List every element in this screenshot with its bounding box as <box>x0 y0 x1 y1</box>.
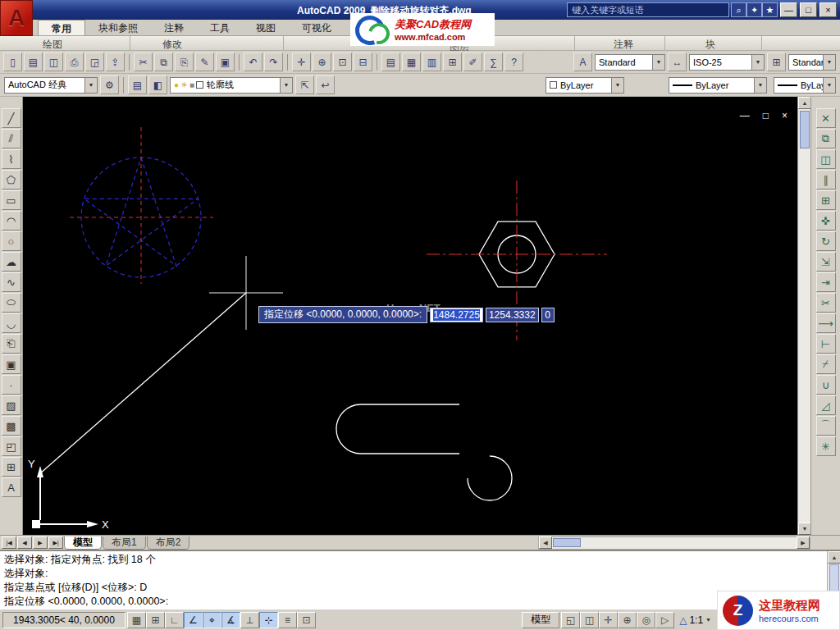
offset-icon[interactable]: ∥ <box>816 170 836 189</box>
panel-modify[interactable]: 修改 <box>162 38 182 52</box>
scroll-right-icon[interactable]: ▶ <box>797 536 810 549</box>
panel-block[interactable]: 块 <box>705 38 715 52</box>
layer-select[interactable]: ● ☀ ■ 轮廓线 ▼ <box>170 77 293 94</box>
region-icon[interactable]: ◰ <box>2 436 21 456</box>
workspace-settings-button[interactable]: ⚙ <box>100 75 119 94</box>
insert-block-icon[interactable]: ⎗ <box>2 334 21 354</box>
scroll-up-icon[interactable]: ▲ <box>798 97 811 109</box>
lineweight-select[interactable]: ByLayer▼ <box>774 77 836 94</box>
fillet-icon[interactable]: ⌒ <box>816 416 836 436</box>
hscroll-thumb[interactable] <box>553 538 581 547</box>
explode-icon[interactable]: ✳ <box>816 436 836 456</box>
text-style-icon[interactable]: A <box>573 52 592 71</box>
tab-layout1[interactable]: 布局1 <box>103 536 146 550</box>
layout-nav-button[interactable]: ▶ <box>33 536 48 549</box>
maximize-button[interactable]: □ <box>800 2 817 17</box>
table-style-icon[interactable]: ⊞ <box>767 52 786 71</box>
plot-preview-icon[interactable]: ◲ <box>85 52 104 71</box>
lineweight-toggle[interactable]: ≡ <box>278 612 297 628</box>
zoom-realtime-icon[interactable]: ⊕ <box>313 52 331 71</box>
scroll-left-icon[interactable]: ◀ <box>539 536 552 549</box>
move-icon[interactable]: ✜ <box>816 211 836 231</box>
construction-line-icon[interactable]: ⫽ <box>2 129 21 148</box>
quick-properties-toggle[interactable]: ⊡ <box>297 612 316 628</box>
workspace-select[interactable]: AutoCAD 经典▼ <box>4 77 98 94</box>
chevron-down-icon[interactable]: ▼ <box>705 617 711 623</box>
redo-icon[interactable]: ↷ <box>264 52 283 71</box>
copy-icon[interactable]: ⧉ <box>816 129 836 148</box>
zoom-previous-icon[interactable]: ⊟ <box>354 52 372 71</box>
doc-restore-icon[interactable]: □ <box>763 110 769 121</box>
linetype-select[interactable]: ByLayer▼ <box>669 77 767 94</box>
help-icon[interactable]: ? <box>504 52 523 71</box>
copy-clip-icon[interactable]: ⧉ <box>154 52 173 71</box>
quick-view-layouts-icon[interactable]: ◱ <box>561 612 580 628</box>
layout-nav-button[interactable]: |◀ <box>2 536 16 549</box>
dyn-toggle[interactable]: ⊹ <box>259 612 278 628</box>
ellipse-arc-icon[interactable]: ◡ <box>2 313 21 333</box>
layer-states-button[interactable]: ◧ <box>148 75 167 94</box>
show-motion-icon[interactable]: ▷ <box>655 612 674 628</box>
steering-wheel-icon[interactable]: ◎ <box>637 612 655 628</box>
hscroll-track[interactable] <box>552 537 797 548</box>
circle-icon[interactable]: ○ <box>2 231 21 251</box>
tab-visualize[interactable]: 可视化 <box>289 20 345 35</box>
close-button[interactable]: × <box>819 2 837 17</box>
cut-icon[interactable]: ✂ <box>134 52 153 71</box>
vscroll-track[interactable] <box>798 109 810 523</box>
polygon-icon[interactable]: ⬠ <box>2 170 21 189</box>
tab-blocks[interactable]: 块和参照 <box>85 20 151 35</box>
layout-nav-button[interactable]: ◀ <box>17 536 32 549</box>
join-icon[interactable]: ∪ <box>816 375 836 395</box>
mirror-icon[interactable]: ◫ <box>816 149 836 169</box>
spline-icon[interactable]: ∿ <box>2 272 21 292</box>
tab-layout2[interactable]: 布局2 <box>147 536 190 550</box>
drawing-canvas[interactable]: X Y www.mHome.NET — □ × 指定位移 <0.0000, 0.… <box>23 97 797 535</box>
rectangle-icon[interactable]: ▭ <box>2 190 21 210</box>
osnap-toggle[interactable]: ⌖ <box>203 612 221 628</box>
scroll-up-icon[interactable]: ▲ <box>828 551 840 564</box>
dim-style-icon[interactable]: ↔ <box>668 52 687 71</box>
match-properties-icon[interactable]: ✎ <box>195 52 214 71</box>
doc-minimize-icon[interactable]: — <box>740 110 750 121</box>
grid-toggle[interactable]: ⊞ <box>146 612 165 628</box>
mtext-icon[interactable]: A <box>2 477 21 497</box>
break-icon[interactable]: ⌿ <box>816 354 836 374</box>
layout-nav-button[interactable]: ▶| <box>48 536 63 549</box>
panel-draw[interactable]: 绘图 <box>43 38 62 52</box>
paste-icon[interactable]: ⎘ <box>175 52 194 71</box>
doc-close-icon[interactable]: × <box>782 110 788 121</box>
chevron-down-icon[interactable]: ▼ <box>280 78 292 93</box>
snap-toggle[interactable]: ▦ <box>127 612 146 628</box>
app-menu-logo[interactable]: A <box>0 0 33 36</box>
layer-previous-button[interactable]: ↩ <box>316 75 335 94</box>
publish-icon[interactable]: ⇪ <box>106 52 125 71</box>
stretch-icon[interactable]: ⇥ <box>816 272 836 292</box>
properties-icon[interactable]: ▤ <box>381 52 400 71</box>
search-input[interactable]: 键入关键字或短语 <box>567 2 729 17</box>
panel-annotate[interactable]: 注释 <box>614 38 633 52</box>
tool-palettes-icon[interactable]: ▥ <box>422 52 441 71</box>
save-icon[interactable]: ◫ <box>44 52 63 71</box>
vscroll-thumb[interactable] <box>800 111 810 148</box>
ellipse-icon[interactable]: ⬭ <box>2 293 21 313</box>
quick-view-drawings-icon[interactable]: ◫ <box>580 612 599 628</box>
undo-icon[interactable]: ↶ <box>244 52 262 71</box>
communication-center-icon[interactable]: ✦ <box>746 2 762 17</box>
dynamic-input-y[interactable]: 1254.3332 <box>486 308 539 322</box>
rotate-icon[interactable]: ↻ <box>816 231 836 251</box>
chevron-down-icon[interactable]: ▼ <box>652 55 664 70</box>
sheet-set-manager-icon[interactable]: ⊞ <box>443 52 462 71</box>
text-style-select[interactable]: Standard▼ <box>595 54 665 71</box>
layer-properties-button[interactable]: ▤ <box>128 75 147 94</box>
extend-icon[interactable]: ⟶ <box>816 313 836 333</box>
dynamic-input-z[interactable]: 0 <box>541 308 555 322</box>
favorites-icon[interactable]: ★ <box>762 2 778 17</box>
plot-icon[interactable]: ⎙ <box>65 52 84 71</box>
tab-view[interactable]: 视图 <box>243 20 289 35</box>
revision-cloud-icon[interactable]: ☁ <box>2 252 21 272</box>
minimize-button[interactable]: — <box>780 2 797 17</box>
trim-icon[interactable]: ✂ <box>816 293 836 313</box>
line-icon[interactable]: ╱ <box>2 108 21 128</box>
tab-model[interactable]: 模型 <box>64 536 102 550</box>
